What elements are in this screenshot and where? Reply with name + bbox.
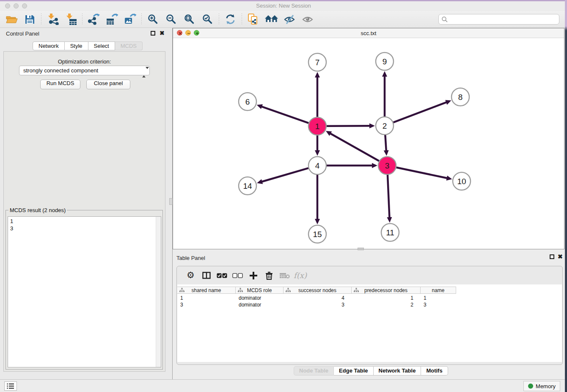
vertical-splitter[interactable]: [169, 28, 173, 379]
cell-mcds-role[interactable]: dominator: [236, 295, 284, 301]
edge-2-8[interactable]: [394, 102, 447, 122]
column-header-mcds-role[interactable]: MCDS role: [236, 287, 284, 293]
search-input[interactable]: [448, 15, 559, 24]
tab-edge-table[interactable]: Edge Table: [334, 366, 373, 375]
table-row[interactable]: 1 dominator 4 1 1: [177, 295, 456, 301]
close-panel-button[interactable]: Close panel: [86, 80, 130, 89]
show-columns-button[interactable]: [198, 269, 214, 282]
toolbar-separator: [219, 14, 219, 25]
column-header-successor-nodes[interactable]: successor nodes: [284, 287, 352, 293]
export-table-icon: [106, 14, 118, 25]
edge-1-2[interactable]: [327, 126, 370, 126]
node-label-11: 11: [386, 228, 394, 237]
refresh-button[interactable]: [221, 12, 239, 27]
arrowhead-1-6: [257, 104, 263, 109]
trash-icon: [265, 271, 273, 280]
desktop-edge: [565, 0, 567, 392]
tab-select[interactable]: Select: [88, 41, 115, 50]
node-label-15: 15: [313, 230, 322, 239]
cell-successor-nodes[interactable]: 4: [284, 295, 352, 301]
deselect-all-rows-button[interactable]: [230, 269, 245, 282]
result-scrollbar[interactable]: [156, 217, 161, 367]
cell-successor-nodes[interactable]: 3: [284, 301, 352, 308]
close-panel-icon[interactable]: ✖: [160, 30, 165, 36]
open-session-button[interactable]: [3, 12, 21, 27]
plus-icon: [250, 272, 257, 279]
cell-shared-name[interactable]: 1: [177, 295, 236, 301]
criterion-dropdown[interactable]: strongly connected component: [19, 66, 150, 75]
memory-status-dot: [528, 384, 533, 389]
import-network-button[interactable]: [44, 12, 62, 27]
arrowhead-1-7: [315, 72, 320, 77]
table-row[interactable]: 3 dominator 3 2 3: [177, 301, 456, 308]
arrowhead-4-15: [315, 219, 320, 224]
zoom-selected-button[interactable]: [198, 12, 217, 27]
mcds-result-text[interactable]: 1 3: [8, 216, 161, 367]
tab-mcds[interactable]: MCDS: [115, 41, 143, 50]
cell-shared-name[interactable]: 3: [177, 301, 236, 308]
show-all-button[interactable]: [299, 12, 317, 27]
float-table-panel-icon[interactable]: [550, 254, 554, 259]
float-panel-icon[interactable]: [151, 31, 155, 36]
clone-network-button[interactable]: [244, 12, 262, 27]
network-titlebar[interactable]: scc.txt: [173, 28, 564, 38]
edge-3-10[interactable]: [396, 168, 448, 178]
cell-name[interactable]: 3: [421, 301, 456, 308]
zoom-fit-button[interactable]: [180, 12, 198, 27]
open-folder-icon: [6, 14, 18, 25]
control-panel-title: Control Panel: [6, 30, 39, 37]
arrowhead-2-8: [445, 100, 451, 105]
toolbar-separator: [41, 14, 41, 25]
arrowhead-1-2: [369, 123, 375, 128]
hide-selected-button[interactable]: [281, 12, 299, 27]
search-box: [438, 14, 559, 25]
edge-2-3[interactable]: [385, 135, 386, 151]
tab-motifs[interactable]: Motifs: [421, 366, 448, 375]
horizontal-splitter-grabber[interactable]: [358, 248, 364, 250]
add-column-button[interactable]: [245, 269, 261, 282]
delete-column-button[interactable]: [261, 269, 277, 282]
tab-node-table[interactable]: Node Table: [294, 366, 334, 375]
tab-network-table[interactable]: Network Table: [374, 366, 421, 375]
list-icon: [7, 383, 14, 389]
splitter-grabber[interactable]: [169, 198, 173, 205]
table-panel-body: ⚙: [176, 266, 563, 365]
arrowhead-3-10: [446, 176, 452, 181]
save-session-button[interactable]: [21, 12, 39, 27]
control-panel-header: Control Panel ✖: [0, 30, 169, 38]
task-history-button[interactable]: [4, 381, 17, 391]
tab-style[interactable]: Style: [65, 41, 88, 50]
memory-button[interactable]: Memory: [523, 381, 560, 391]
export-network-button[interactable]: [85, 12, 103, 27]
run-mcds-button[interactable]: Run MCDS: [40, 80, 80, 89]
cell-predecessor-nodes[interactable]: 1: [352, 295, 421, 301]
table-settings-button[interactable]: ⚙: [183, 269, 198, 282]
node-label-14: 14: [243, 182, 252, 190]
tab-network[interactable]: Network: [33, 41, 65, 50]
first-neighbors-button[interactable]: [262, 12, 281, 27]
edge-3-11[interactable]: [388, 175, 390, 218]
export-table-button[interactable]: [103, 12, 121, 27]
toolbar-separator: [141, 14, 142, 25]
select-all-rows-button[interactable]: [214, 269, 230, 282]
zoom-out-button[interactable]: [162, 12, 180, 27]
edge-4-14[interactable]: [261, 168, 308, 182]
cell-predecessor-nodes[interactable]: 2: [352, 301, 421, 308]
import-table-button[interactable]: [62, 12, 80, 27]
node-label-8: 8: [458, 93, 463, 102]
column-header-predecessor-nodes[interactable]: predecessor nodes: [352, 287, 421, 293]
export-image-button[interactable]: [121, 12, 139, 27]
import-network-icon: [47, 14, 59, 25]
cell-mcds-role[interactable]: dominator: [236, 301, 284, 308]
network-view-window: scc.txt 7968124314101511: [173, 28, 564, 249]
node-label-1: 1: [315, 122, 320, 131]
zoom-in-button[interactable]: [144, 12, 162, 27]
edge-3-1[interactable]: [330, 133, 379, 161]
close-table-panel-icon[interactable]: ✖: [558, 253, 563, 260]
column-header-name[interactable]: name: [421, 287, 456, 293]
window-top-border: [0, 0, 567, 1]
column-header-shared-name[interactable]: shared name: [177, 287, 236, 293]
edge-1-6[interactable]: [261, 106, 308, 123]
network-canvas[interactable]: 7968124314101511: [173, 38, 564, 249]
cell-name[interactable]: 1: [421, 295, 456, 301]
